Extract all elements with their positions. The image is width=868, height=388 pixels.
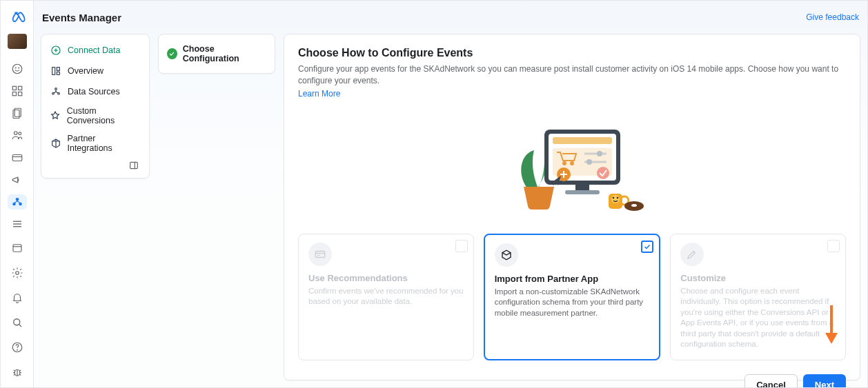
credit-card-icon[interactable] xyxy=(8,150,27,165)
sidebar-item-partner-integrations[interactable]: Partner Integrations xyxy=(46,130,145,157)
option-title: Use Recommendations xyxy=(308,273,464,283)
help-icon[interactable] xyxy=(8,338,27,357)
sidebar-item-data-sources[interactable]: Data Sources xyxy=(46,81,145,102)
svg-point-54 xyxy=(597,151,602,156)
svg-point-56 xyxy=(586,159,592,165)
svg-point-27 xyxy=(17,349,17,350)
settings-icon[interactable] xyxy=(8,263,27,283)
custom-conversions-icon xyxy=(50,110,61,122)
content-panel: Choose How to Configure Events Configure… xyxy=(284,34,860,380)
svg-point-9 xyxy=(14,132,17,135)
collapse-sidebar-icon[interactable] xyxy=(128,160,141,172)
svg-point-57 xyxy=(597,167,609,179)
meta-logo-icon[interactable] xyxy=(8,8,27,25)
next-button[interactable]: Next xyxy=(803,374,846,387)
people-icon[interactable] xyxy=(8,127,27,143)
svg-point-24 xyxy=(13,319,19,325)
learn-more-link[interactable]: Learn More xyxy=(298,89,846,99)
plus-circle-icon xyxy=(50,44,62,57)
svg-point-67 xyxy=(617,196,619,198)
svg-point-2 xyxy=(18,68,19,68)
option-desc: Choose and configure each event individu… xyxy=(680,286,836,350)
content-description: Configure your app events for the SKAdNe… xyxy=(298,63,846,87)
svg-line-17 xyxy=(17,201,20,203)
menu-icon[interactable] xyxy=(8,216,27,232)
smile-icon[interactable] xyxy=(8,61,27,76)
svg-line-35 xyxy=(19,374,21,376)
svg-rect-45 xyxy=(130,162,138,168)
svg-point-51 xyxy=(563,162,566,165)
svg-rect-21 xyxy=(13,245,21,252)
step-choose-configuration: Choose Configuration xyxy=(167,44,266,63)
option-title: Customize xyxy=(680,273,836,283)
svg-point-66 xyxy=(613,196,615,198)
partner-integrations-icon xyxy=(50,137,61,150)
svg-point-69 xyxy=(631,204,637,207)
option-desc: Import a non-customizable SKAdNetwork co… xyxy=(495,287,650,319)
bell-icon[interactable] xyxy=(8,288,27,307)
svg-rect-40 xyxy=(57,68,59,71)
svg-point-13 xyxy=(15,198,19,201)
bug-icon[interactable] xyxy=(8,363,27,382)
check-circle-icon xyxy=(167,48,177,59)
setup-steps-panel: Choose Configuration xyxy=(158,34,275,74)
customize-icon xyxy=(680,243,704,266)
svg-rect-11 xyxy=(12,154,22,161)
events-manager-sidebar: Connect Data Overview Data Sources Custo… xyxy=(41,34,150,178)
grid-icon[interactable] xyxy=(8,83,27,99)
svg-line-33 xyxy=(19,370,21,371)
svg-rect-6 xyxy=(18,92,21,96)
svg-rect-61 xyxy=(575,185,589,190)
svg-point-0 xyxy=(12,64,22,74)
svg-point-10 xyxy=(18,132,21,135)
svg-rect-62 xyxy=(565,190,600,194)
account-avatar[interactable] xyxy=(8,34,27,49)
sidebar-item-label: Custom Conversions xyxy=(67,106,141,125)
overview-icon xyxy=(50,65,62,77)
sidebar-item-custom-conversions[interactable]: Custom Conversions xyxy=(46,102,145,130)
svg-line-32 xyxy=(13,370,14,371)
configuration-options: Use Recommendations Confirm events we've… xyxy=(298,234,846,360)
events-manager-nav-icon[interactable] xyxy=(8,194,27,210)
svg-line-25 xyxy=(19,325,21,327)
sidebar-item-label: Data Sources xyxy=(68,87,120,96)
svg-point-65 xyxy=(611,195,620,203)
sidebar-item-label: Partner Integrations xyxy=(67,134,141,153)
partner-app-icon xyxy=(495,243,518,267)
svg-line-34 xyxy=(13,374,14,376)
option-desc: Confirm events we've recommended for you… xyxy=(308,286,464,307)
svg-point-42 xyxy=(55,88,57,90)
sidebar-item-overview[interactable]: Overview xyxy=(46,61,145,81)
recommendations-icon xyxy=(308,243,332,266)
checkbox-checked-icon xyxy=(641,241,653,253)
global-nav-rail xyxy=(1,1,34,387)
svg-point-1 xyxy=(15,68,16,68)
svg-line-16 xyxy=(14,201,17,203)
svg-point-23 xyxy=(15,272,19,275)
svg-rect-39 xyxy=(52,68,55,75)
checkbox-blank-icon xyxy=(455,240,468,252)
svg-point-52 xyxy=(571,162,573,165)
svg-rect-5 xyxy=(12,92,16,96)
data-sources-icon xyxy=(50,85,62,98)
footer-actions: Cancel Next xyxy=(298,374,846,387)
svg-rect-41 xyxy=(57,72,59,74)
content-heading: Choose How to Configure Events xyxy=(298,47,846,59)
sidebar-item-label: Overview xyxy=(68,66,103,76)
option-title: Import from Partner App xyxy=(495,274,650,284)
sidebar-item-connect-data[interactable]: Connect Data xyxy=(46,40,145,61)
search-icon[interactable] xyxy=(8,313,27,332)
documents-icon[interactable] xyxy=(8,105,27,121)
illustration xyxy=(298,99,846,234)
window-icon[interactable] xyxy=(8,238,27,258)
option-customize: Customize Choose and configure each even… xyxy=(670,234,846,360)
step-label: Choose Configuration xyxy=(183,44,266,63)
cancel-button[interactable]: Cancel xyxy=(744,374,798,387)
svg-rect-3 xyxy=(12,87,16,90)
svg-rect-70 xyxy=(315,251,325,257)
megaphone-icon[interactable] xyxy=(8,172,27,187)
svg-rect-49 xyxy=(553,137,612,144)
option-import-partner-app[interactable]: Import from Partner App Import a non-cus… xyxy=(484,234,661,360)
sidebar-item-label: Connect Data xyxy=(68,45,120,55)
give-feedback-link[interactable]: Give feedback xyxy=(806,12,859,22)
